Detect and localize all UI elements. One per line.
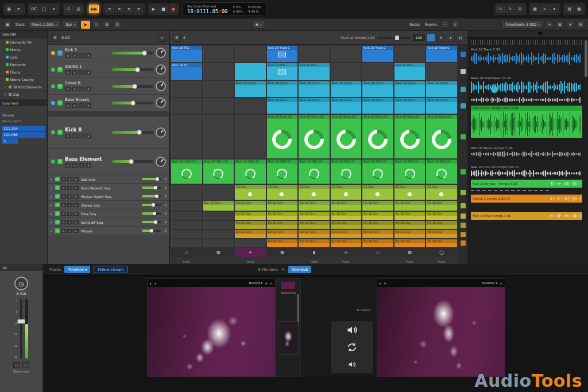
- empty-clip-slot[interactable]: [171, 185, 202, 200]
- chevron-right-icon[interactable]: ▸: [51, 186, 54, 189]
- track-meter-knob[interactable]: [156, 81, 166, 91]
- mixer-button-0[interactable]: □: [13, 362, 20, 368]
- clip[interactable]: Kit 18 Seq: [394, 221, 425, 229]
- scene-launch-button[interactable]: [461, 87, 466, 92]
- speaker-small-icon[interactable]: [343, 358, 361, 371]
- list-view-icon[interactable]: ≣: [577, 21, 585, 29]
- clip-stop-button[interactable]: ▤: [267, 248, 298, 257]
- track-enable-checkbox[interactable]: ✓: [57, 130, 63, 135]
- clip[interactable]: Kick 18 Track C8: [362, 115, 393, 158]
- mini-button-1[interactable]: ▸: [67, 186, 72, 190]
- clip[interactable]: Kit 18 Seq: [426, 239, 457, 247]
- scene-launch-button[interactable]: [461, 214, 466, 219]
- track-button-1[interactable]: ∨: [72, 53, 78, 58]
- clip[interactable]: Bass 18 Seq C: [394, 98, 425, 114]
- close-icon[interactable]: ×: [500, 281, 502, 285]
- timeline-lane[interactable]: Bass 18 TrackBase 18 cm: [471, 76, 582, 94]
- clip[interactable]: Bass 18 Seq C: [394, 81, 425, 97]
- track-enable-checkbox[interactable]: ✓: [55, 211, 60, 216]
- mini-button-0[interactable]: ⊙: [61, 212, 66, 216]
- clip[interactable]: 18 Seq: [426, 185, 457, 200]
- draw-tool-icon[interactable]: ✎: [506, 5, 514, 13]
- empty-clip-slot[interactable]: [394, 46, 425, 62]
- clip[interactable]: Bass 18 SEQ C8: [299, 160, 330, 184]
- pan-icon[interactable]: +: [154, 281, 157, 285]
- pan-knob[interactable]: ◷: [14, 277, 28, 290]
- browser-item[interactable]: Ebony County: [0, 76, 47, 83]
- volume-slider[interactable]: [112, 85, 153, 88]
- track-enable-checkbox[interactable]: ✓: [57, 159, 63, 164]
- send-slider-knob[interactable]: [154, 220, 157, 224]
- track-button-1[interactable]: ∨: [72, 103, 78, 108]
- empty-clip-slot[interactable]: [171, 230, 202, 238]
- grid-header-icon[interactable]: ≣: [173, 34, 181, 42]
- volume-slider-knob[interactable]: [142, 51, 147, 56]
- track-button-1[interactable]: ∨: [72, 134, 78, 138]
- warp-engage-button[interactable]: ▶▶: [89, 5, 99, 13]
- clip[interactable]: Bass 18 Seq C: [362, 81, 393, 97]
- record-button[interactable]: ●: [169, 5, 177, 13]
- browser-file-item[interactable]: 101.P66: [2, 132, 45, 138]
- track-button-2[interactable]: |: [79, 70, 84, 75]
- empty-clip-slot[interactable]: [362, 63, 393, 80]
- loop-toggle-icon[interactable]: ↻: [496, 5, 505, 13]
- mini-button-2[interactable]: ▸: [74, 229, 79, 233]
- clip[interactable]: Bass 18 Seq C: [235, 81, 266, 97]
- track-row[interactable]: ✓Kick 1⊙∨|▾: [48, 45, 169, 61]
- clip[interactable]: Kit 18 Seq: [267, 239, 298, 247]
- return-track-row[interactable]: ▸✓⊙▸▸Phaser8: [48, 227, 169, 235]
- clip[interactable]: Kick 18 Track C: [426, 46, 457, 62]
- mini-button-1[interactable]: ▸: [67, 220, 72, 224]
- meter-icon-3[interactable]: ≋: [125, 5, 133, 13]
- empty-clip-slot[interactable]: [299, 46, 330, 62]
- timeline-button[interactable]: Timeline ▾: [64, 266, 90, 273]
- clip[interactable]: Bass 18 Seq C: [267, 81, 298, 97]
- browser-file-item[interactable]: 5: [2, 138, 18, 144]
- empty-clip-slot[interactable]: [203, 239, 234, 247]
- close-icon[interactable]: ×: [158, 34, 166, 42]
- timeline-lane[interactable]: Stereo 1 tempo 1.00 (8): [471, 195, 582, 203]
- clip[interactable]: Bass 18 Seq C: [426, 81, 457, 97]
- volume-slider[interactable]: [112, 52, 153, 55]
- link-button[interactable]: [427, 34, 435, 41]
- browser-item[interactable]: Ebony: [0, 68, 47, 76]
- browser-item[interactable]: ▸38 Kits/Elements: [0, 83, 47, 91]
- fx-icon[interactable]: ✳: [265, 281, 268, 285]
- clip[interactable]: Kit 18 Seq: [426, 230, 457, 238]
- clip[interactable]: Kit 18 Seq: [426, 212, 457, 220]
- empty-clip-slot[interactable]: [203, 115, 234, 158]
- empty-clip-slot[interactable]: [203, 46, 234, 62]
- send-slider-knob[interactable]: [152, 203, 155, 207]
- clip[interactable]: Kit 18 Seq: [426, 221, 457, 229]
- send-slider-knob[interactable]: [156, 177, 159, 181]
- panel-toggle-icon[interactable]: ▣: [3, 21, 11, 29]
- timeline-lane[interactable]: Max 18 Max tempo 1.88: [471, 212, 582, 220]
- track-enable-checkbox[interactable]: ✓: [55, 220, 60, 224]
- scene-launch-button[interactable]: [461, 232, 466, 237]
- browser-item[interactable]: ▸Clip: [0, 91, 47, 98]
- empty-clip-slot[interactable]: [171, 201, 202, 211]
- fader-cap[interactable]: [17, 319, 25, 324]
- mini-button-2[interactable]: ▸: [74, 212, 79, 216]
- browser-item[interactable]: Lists: [0, 53, 47, 61]
- tempo-slider[interactable]: [377, 37, 411, 39]
- scene-launch-button[interactable]: [461, 203, 466, 208]
- track-enable-checkbox[interactable]: ✓: [57, 51, 63, 56]
- track-meter-knob[interactable]: [156, 48, 166, 58]
- chevron-right-icon[interactable]: ▸: [51, 212, 54, 215]
- search-icon[interactable]: Q: [113, 21, 121, 29]
- empty-clip-slot[interactable]: [171, 115, 202, 158]
- scene-launch-button[interactable]: [461, 169, 466, 174]
- mini-button-1[interactable]: ▸: [67, 177, 72, 181]
- clip[interactable]: Kit 18 Seq: [299, 230, 330, 238]
- window-icon[interactable]: ▣: [5, 5, 13, 13]
- clip[interactable]: Kit 18 Seq: [299, 239, 330, 247]
- track-button-0[interactable]: ⊙: [65, 103, 71, 108]
- timeline-lane[interactable]: 800 18 Stereo tempo 1.08: [471, 146, 582, 158]
- clip[interactable]: 18 Seq: [394, 185, 425, 200]
- move-dropdown[interactable]: Move 1 000: [28, 21, 60, 29]
- tempo-value[interactable]: 100: [413, 34, 425, 41]
- grid-header-icon-2[interactable]: ▸|: [457, 34, 465, 42]
- track-row[interactable]: ✓Stereo 1⊙∨|▾: [48, 61, 169, 78]
- clip[interactable]: Kick 18 mid: [299, 63, 330, 80]
